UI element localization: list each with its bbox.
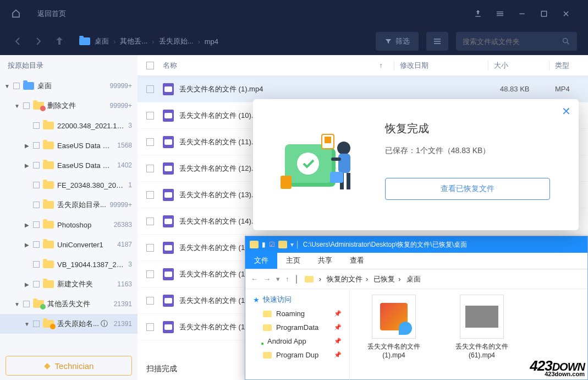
folder-icon bbox=[79, 37, 90, 45]
tree-item[interactable]: 丢失原始目录...99999+ bbox=[0, 195, 138, 215]
folder-icon bbox=[250, 241, 259, 248]
video-file-icon bbox=[163, 321, 174, 333]
checkbox[interactable] bbox=[33, 162, 40, 169]
checkbox[interactable] bbox=[13, 83, 20, 89]
tree-item[interactable]: 22000.348_2021.11...3 bbox=[0, 116, 138, 135]
checkbox[interactable] bbox=[146, 244, 154, 252]
tree-item[interactable]: ▶EaseUS Data Re...1402 bbox=[0, 155, 138, 175]
tab-file[interactable]: 文件 bbox=[245, 252, 277, 269]
svg-rect-0 bbox=[519, 13, 524, 14]
path-seg[interactable]: 恢复的文件 › bbox=[327, 274, 368, 284]
back-icon[interactable]: ← bbox=[251, 275, 258, 283]
checkbox[interactable] bbox=[33, 182, 40, 188]
quick-access-item[interactable]: ●Android App📌 bbox=[245, 334, 349, 348]
explorer-titlebar[interactable]: ▮ ☑ ▾ │ C:\Users\Administrator\Desktop\恢… bbox=[245, 236, 587, 253]
sidebar-title: 按原始目录 bbox=[0, 55, 138, 76]
tree-item[interactable]: FE_20348.380_202...1 bbox=[0, 175, 138, 195]
checkbox[interactable] bbox=[146, 138, 154, 146]
checkbox[interactable] bbox=[146, 218, 154, 225]
explorer-title-path: C:\Users\Administrator\Desktop\恢复的文件\已恢复… bbox=[303, 240, 467, 249]
close-icon[interactable] bbox=[555, 3, 577, 25]
breadcrumb-seg[interactable]: 其他丢... bbox=[120, 36, 147, 46]
checkbox[interactable] bbox=[146, 270, 154, 278]
close-icon[interactable]: ✕ bbox=[562, 105, 571, 118]
checkbox[interactable] bbox=[23, 102, 30, 109]
checkbox[interactable] bbox=[33, 202, 40, 208]
tree-item[interactable]: ▶新建文件夹1163 bbox=[0, 274, 138, 294]
folder-icon bbox=[305, 276, 314, 283]
path-seg[interactable]: 已恢复 › bbox=[373, 274, 400, 284]
maximize-icon[interactable] bbox=[533, 3, 555, 25]
col-type[interactable]: 类型 bbox=[555, 61, 588, 70]
checkbox[interactable] bbox=[33, 221, 40, 228]
checkbox[interactable] bbox=[146, 323, 154, 331]
tree-item[interactable]: VB_19044.1387_20...3 bbox=[0, 254, 138, 274]
file-row[interactable]: 丢失文件名的文件 (1).mp448.83 KBMP4 bbox=[138, 76, 588, 102]
checkbox[interactable] bbox=[146, 165, 154, 172]
tree-item[interactable]: ▼其他丢失文件21391 bbox=[0, 294, 138, 314]
tree-item[interactable]: ▶Photoshop26383 bbox=[0, 215, 138, 235]
checkbox[interactable] bbox=[23, 301, 30, 307]
forward-icon[interactable]: → bbox=[263, 275, 271, 283]
tree-item[interactable]: ▼丢失原始名... ⓘ21391 bbox=[0, 314, 138, 334]
checkbox[interactable] bbox=[33, 142, 40, 149]
explorer-file[interactable]: 丢失文件名的文件(61).mp4 bbox=[449, 295, 515, 375]
forward-icon[interactable] bbox=[32, 35, 45, 48]
back-home-link[interactable]: 返回首页 bbox=[37, 9, 66, 19]
col-name[interactable]: 名称 bbox=[163, 61, 380, 70]
titlebar: 返回首页 bbox=[0, 0, 588, 28]
chevron-down-icon[interactable]: ▾ bbox=[276, 275, 280, 283]
checkbox[interactable] bbox=[146, 191, 154, 199]
folder-icon bbox=[33, 102, 44, 110]
quick-access[interactable]: ★快速访问 bbox=[245, 292, 349, 307]
select-all-checkbox[interactable] bbox=[146, 62, 154, 69]
tab-share[interactable]: 共享 bbox=[309, 252, 341, 269]
minimize-icon[interactable] bbox=[511, 3, 533, 25]
view-mode-button[interactable] bbox=[426, 32, 448, 51]
quick-access-item[interactable]: Roaming📌 bbox=[245, 307, 349, 321]
tab-home[interactable]: 主页 bbox=[277, 252, 309, 269]
video-file-icon bbox=[163, 110, 174, 122]
pin-icon: 📌 bbox=[334, 351, 342, 359]
tab-view[interactable]: 查看 bbox=[341, 252, 373, 269]
tree-item[interactable]: ▶UniConverter14187 bbox=[0, 235, 138, 254]
up-icon[interactable] bbox=[53, 35, 66, 48]
breadcrumb-seg[interactable]: 丢失原始... bbox=[159, 36, 194, 46]
path-seg[interactable]: 桌面 bbox=[406, 274, 421, 284]
video-file-icon bbox=[163, 162, 174, 175]
checkbox[interactable] bbox=[33, 122, 40, 129]
up-icon[interactable]: ↑ bbox=[285, 275, 289, 283]
search-input[interactable] bbox=[456, 32, 577, 51]
view-recovered-button[interactable]: 查看已恢复文件 bbox=[385, 178, 550, 200]
checkbox[interactable] bbox=[33, 261, 40, 268]
filter-button[interactable]: 筛选 bbox=[376, 32, 419, 51]
technician-button[interactable]: ◆ Technician bbox=[6, 356, 132, 376]
quick-access-item[interactable]: Program Dup📌 bbox=[245, 348, 349, 362]
folder-icon bbox=[278, 241, 287, 248]
checkbox[interactable] bbox=[146, 297, 154, 305]
svg-rect-13 bbox=[347, 173, 350, 189]
export-icon[interactable] bbox=[467, 3, 489, 25]
search-field[interactable] bbox=[463, 37, 562, 46]
quick-access-item[interactable]: ProgramData📌 bbox=[245, 321, 349, 334]
breadcrumb-seg[interactable]: 桌面 bbox=[95, 36, 109, 46]
tree-item[interactable]: ▼桌面99999+ bbox=[0, 76, 138, 96]
checkbox[interactable] bbox=[146, 112, 154, 120]
home-icon[interactable] bbox=[11, 9, 21, 19]
checkbox[interactable] bbox=[33, 281, 40, 287]
dialog-text: 已保存：1个文件（48.83 KB） bbox=[385, 146, 562, 156]
col-date[interactable]: 修改日期 bbox=[400, 61, 488, 70]
col-size[interactable]: 大小 bbox=[494, 61, 549, 70]
back-icon[interactable] bbox=[11, 35, 24, 48]
explorer-nav: ← → ▾ ↑ │ › 恢复的文件 › 已恢复 › 桌面 bbox=[245, 269, 587, 289]
tree-item[interactable]: ▼删除文件99999+ bbox=[0, 96, 138, 116]
explorer-file[interactable]: 丢失文件名的文件 (1).mp4 bbox=[361, 295, 427, 375]
tree-item[interactable]: ▶EaseUS Data Re...1568 bbox=[0, 135, 138, 155]
menu-icon[interactable] bbox=[489, 3, 511, 25]
checkbox[interactable] bbox=[146, 85, 154, 93]
svg-point-2 bbox=[563, 39, 568, 43]
checkbox[interactable] bbox=[33, 321, 40, 327]
svg-rect-11 bbox=[331, 158, 341, 161]
checkbox[interactable] bbox=[33, 241, 40, 248]
breadcrumb-seg[interactable]: mp4 bbox=[205, 37, 218, 46]
